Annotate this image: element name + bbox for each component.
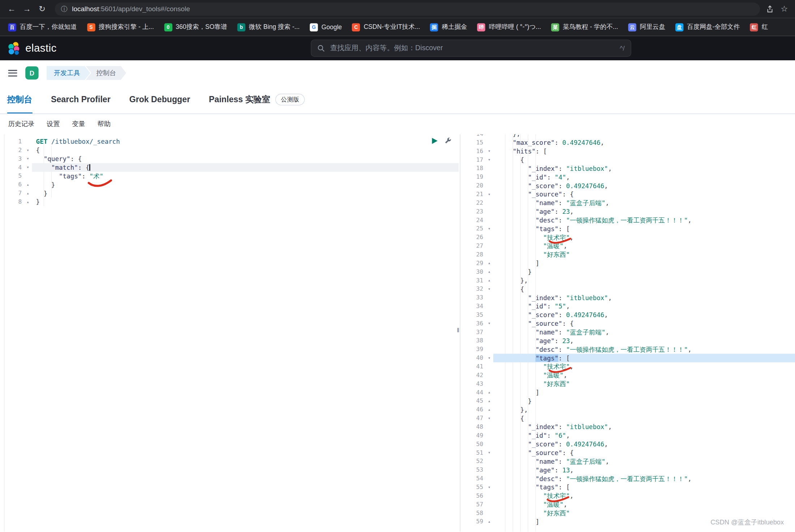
code-line[interactable]: 16▾ "hits": [	[462, 147, 795, 156]
bookmark-item[interactable]: b微软 Bing 搜索 -...	[233, 21, 304, 33]
fold-toggle-icon[interactable]: ▾	[485, 354, 493, 362]
toolbar-item-help[interactable]: 帮助	[97, 120, 110, 129]
code-line[interactable]: 52 "name": "蓝盒子后端",	[462, 457, 795, 466]
menu-hamburger-icon[interactable]	[8, 70, 17, 76]
tab-grok-debugger[interactable]: Grok Debugger	[129, 86, 190, 113]
code-line[interactable]: 31▴ },	[462, 276, 795, 285]
fold-toggle-icon[interactable]: ▴	[485, 268, 493, 276]
code-line[interactable]: 20 "_score": 0.49247646,	[462, 181, 795, 190]
breadcrumb-console[interactable]: 控制台	[86, 66, 126, 80]
forward-button[interactable]: →	[20, 2, 33, 15]
site-info-icon[interactable]: ⓘ	[61, 4, 67, 13]
code-line[interactable]: 27 "温暖",	[462, 242, 795, 250]
panel-resize-handle[interactable]: ‖	[459, 134, 462, 532]
code-line[interactable]: 18 "_index": "itbluebox",	[462, 164, 795, 173]
code-line[interactable]: 39 "desc": "一顿操作猛如虎，一看工资两千五！！！",	[462, 345, 795, 354]
bookmark-item[interactable]: 云阿里云盘	[624, 21, 669, 33]
code-line[interactable]: 26 "技术宅",	[462, 233, 795, 242]
code-line[interactable]: 36▾ "_source": {	[462, 319, 795, 328]
code-line[interactable]: 19 "_id": "4",	[462, 173, 795, 181]
code-line[interactable]: 43 "好东西"	[462, 380, 795, 388]
fold-toggle-icon[interactable]: ▾	[485, 225, 493, 233]
code-line[interactable]: 58 "好东西"	[462, 509, 795, 518]
space-avatar[interactable]: D	[25, 66, 38, 79]
code-line[interactable]: 6▴ }	[5, 180, 459, 189]
fold-toggle-icon[interactable]: ▴	[485, 259, 493, 268]
url-bar[interactable]: ⓘ localhost:5601/app/dev_tools#/console	[55, 2, 760, 15]
code-line[interactable]: 21▾ "_source": {	[462, 190, 795, 199]
code-line[interactable]: 17▾ {	[462, 156, 795, 164]
fold-toggle-icon[interactable]: ▴	[485, 388, 493, 397]
fold-toggle-icon[interactable]: ▴	[485, 405, 493, 414]
code-line[interactable]: 7▴ }	[5, 189, 459, 198]
breadcrumb-dev-tools[interactable]: 开发工具	[47, 66, 90, 80]
code-line[interactable]: 49 "_id": "6",	[462, 431, 795, 440]
toolbar-item-history[interactable]: 历史记录	[8, 120, 34, 129]
request-editor[interactable]: 1GET /itbluebox/_search2▾{3▾ "query": {4…	[5, 134, 459, 532]
fold-toggle-icon[interactable]: ▴	[24, 189, 32, 198]
code-line[interactable]: 1GET /itbluebox/_search	[5, 137, 459, 146]
code-line[interactable]: 38 "age": 23,	[462, 337, 795, 345]
bookmark-item[interactable]: 红红	[746, 21, 772, 33]
fold-toggle-icon[interactable]: ▾	[485, 285, 493, 294]
send-request-button[interactable]	[432, 138, 437, 144]
code-line[interactable]: 2▾{	[5, 146, 459, 155]
fold-toggle-icon[interactable]: ▴	[24, 198, 32, 206]
code-line[interactable]: 25▾ "tags": [	[462, 225, 795, 233]
code-line[interactable]: 54 "desc": "一顿操作猛如虎，一看工资两千五！！！",	[462, 474, 795, 483]
reload-button[interactable]: ↻	[35, 2, 48, 15]
code-line[interactable]: 41 "技术宅",	[462, 362, 795, 371]
bookmark-item[interactable]: 掘稀土掘金	[426, 21, 471, 33]
fold-toggle-icon[interactable]: ▴	[485, 276, 493, 285]
code-line[interactable]: 28 "好东西"	[462, 250, 795, 259]
bookmark-item[interactable]: 盘百度网盘-全部文件	[671, 21, 744, 33]
fold-toggle-icon[interactable]: ▴	[485, 397, 493, 406]
code-line[interactable]: 30▴ }	[462, 268, 795, 276]
code-line[interactable]: 47▾ {	[462, 414, 795, 423]
fold-toggle-icon[interactable]: ▾	[24, 163, 32, 172]
code-line[interactable]: 35 "_score": 0.49247646,	[462, 311, 795, 319]
code-line[interactable]: 15 "max_score": 0.49247646,	[462, 138, 795, 147]
tab-search-profiler[interactable]: Search Profiler	[51, 86, 111, 113]
code-line[interactable]: 5 "tags": "术"	[5, 172, 459, 181]
code-line[interactable]: 51▾ "_source": {	[462, 449, 795, 457]
fold-toggle-icon[interactable]: ▾	[485, 156, 493, 164]
code-line[interactable]: 55▾ "tags": [	[462, 483, 795, 492]
bookmark-item[interactable]: GGoogle	[306, 22, 346, 33]
share-icon[interactable]	[766, 5, 774, 13]
code-line[interactable]: 53 "age": 13,	[462, 466, 795, 474]
toolbar-item-variables[interactable]: 变量	[72, 120, 85, 129]
fold-toggle-icon[interactable]: ▾	[485, 147, 493, 156]
toolbar-item-settings[interactable]: 设置	[47, 120, 60, 129]
code-line[interactable]: 4▾ "match": {	[5, 163, 459, 172]
fold-toggle-icon[interactable]: ▾	[24, 155, 32, 163]
code-line[interactable]: 48 "_index": "itbluebox",	[462, 423, 795, 431]
bookmark-item[interactable]: 百百度一下，你就知道	[4, 21, 81, 33]
code-line[interactable]: 32▾ {	[462, 285, 795, 294]
code-line[interactable]: 46▴ },	[462, 405, 795, 414]
bookmark-item[interactable]: 菜菜鸟教程 - 学的不...	[547, 21, 622, 33]
bookmark-star-icon[interactable]: ☆	[781, 4, 788, 14]
elastic-brand[interactable]: elastic	[7, 41, 57, 55]
code-line[interactable]: 50 "_score": 0.49247646,	[462, 440, 795, 449]
code-line[interactable]: 42 "温暖",	[462, 371, 795, 380]
code-line[interactable]: 22 "name": "蓝盒子后端",	[462, 199, 795, 207]
code-line[interactable]: 29▴ ]	[462, 259, 795, 268]
global-search-input[interactable]: 查找应用、内容等。例如：Discover ^/	[311, 39, 631, 57]
bookmark-item[interactable]: 0360搜索，SO靠谱	[160, 21, 231, 33]
code-line[interactable]: 37 "name": "蓝盒子前端",	[462, 328, 795, 337]
response-panel[interactable]: 14 },15 "max_score": 0.49247646,16▾ "hit…	[462, 134, 795, 532]
code-line[interactable]: 24 "desc": "一顿操作猛如虎，一看工资两千五！！！",	[462, 216, 795, 225]
code-line[interactable]: 33 "_index": "itbluebox",	[462, 293, 795, 302]
fold-toggle-icon[interactable]: ▾	[485, 449, 493, 457]
tab-console[interactable]: 控制台	[7, 86, 32, 113]
fold-toggle-icon[interactable]: ▾	[485, 483, 493, 492]
code-line[interactable]: 8▴}	[5, 198, 459, 206]
code-line[interactable]: 40▾ "tags": [	[462, 354, 795, 362]
code-line[interactable]: 44▴ ]	[462, 388, 795, 397]
bookmark-item[interactable]: S搜狗搜索引擎 - 上...	[83, 21, 158, 33]
fold-toggle-icon[interactable]: ▾	[485, 319, 493, 328]
fold-toggle-icon[interactable]: ▴	[24, 180, 32, 189]
bookmark-item[interactable]: CCSDN-专业IT技术...	[348, 21, 424, 33]
bookmark-item[interactable]: 哔哔哩哔哩 ( °-°)つ...	[473, 21, 545, 33]
